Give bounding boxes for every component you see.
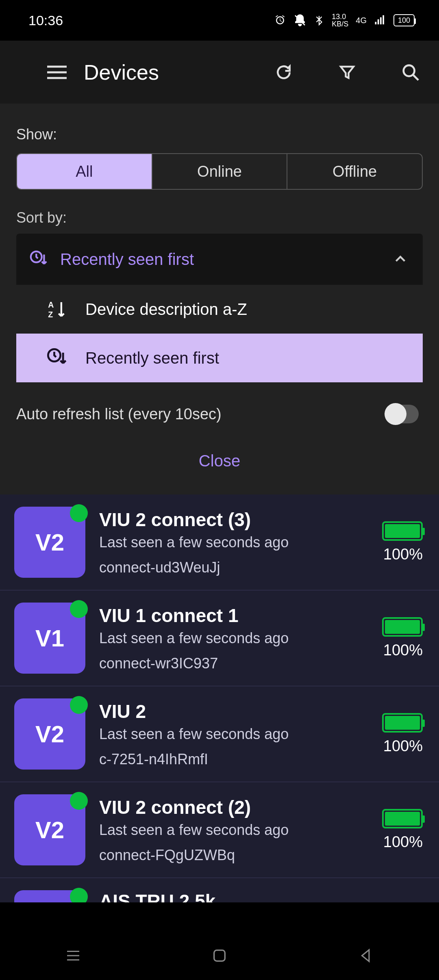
device-list: V2 VIU 2 connect (3) Last seen a few sec…	[0, 494, 439, 902]
show-label: Show:	[16, 126, 423, 143]
avatar-wrap: V2	[14, 794, 85, 865]
avatar-wrap: V2	[14, 507, 85, 578]
battery-percent: 100%	[383, 642, 423, 659]
device-last-seen: Last seen a few seconds ago	[99, 726, 368, 743]
avatar-wrap	[14, 890, 85, 902]
status-time: 10:36	[28, 13, 63, 28]
filter-panel: Show: All Online Offline Sort by: Recent…	[0, 104, 439, 494]
device-item[interactable]: V2 VIU 2 connect (3) Last seen a few sec…	[0, 494, 439, 590]
recents-icon[interactable]	[63, 945, 83, 966]
show-segmented: All Online Offline	[16, 153, 423, 190]
device-info: VIU 2 connect (2) Last seen a few second…	[99, 796, 368, 864]
sort-option-label: Device description a-Z	[85, 300, 247, 319]
page-title: Devices	[84, 60, 233, 85]
battery-percent: 100%	[383, 737, 423, 755]
mute-icon	[293, 14, 306, 27]
online-dot-icon	[70, 792, 88, 810]
sort-option-label: Recently seen first	[85, 349, 219, 367]
system-nav-bar	[0, 931, 439, 980]
device-item[interactable]: V2 VIU 2 Last seen a few seconds ago c-7…	[0, 686, 439, 782]
tab-all[interactable]: All	[17, 154, 152, 189]
battery-icon	[382, 521, 423, 541]
device-item[interactable]: AIS TRU 2.5k	[0, 878, 439, 902]
svg-text:Z: Z	[48, 310, 53, 319]
device-id: c-7251-n4IhRmfI	[99, 751, 368, 768]
bluetooth-icon	[314, 14, 324, 26]
clock-sort-icon	[45, 346, 69, 370]
device-last-seen: Last seen a few seconds ago	[99, 822, 368, 839]
battery-indicator: 100	[393, 14, 415, 26]
tab-offline[interactable]: Offline	[287, 154, 422, 189]
online-dot-icon	[70, 696, 88, 714]
clock-sort-icon	[28, 249, 49, 269]
device-id: connect-FQgUZWBq	[99, 847, 368, 864]
battery-col: 100%	[382, 713, 423, 755]
battery-percent: 100%	[383, 833, 423, 851]
refresh-icon[interactable]	[272, 60, 296, 85]
auto-refresh-toggle[interactable]	[385, 405, 419, 423]
svg-text:A: A	[48, 300, 54, 309]
device-id: connect-wr3IC937	[99, 655, 368, 672]
device-last-seen: Last seen a few seconds ago	[99, 630, 368, 647]
device-item[interactable]: V1 VIU 1 connect 1 Last seen a few secon…	[0, 590, 439, 686]
svg-line-4	[413, 74, 418, 80]
battery-percent: 100%	[383, 546, 423, 563]
svg-rect-12	[214, 950, 225, 961]
network-speed: 13.0 KB/S	[332, 13, 348, 28]
close-button[interactable]: Close	[16, 436, 423, 474]
online-dot-icon	[70, 504, 88, 522]
battery-icon	[382, 809, 423, 828]
battery-col: 100%	[382, 809, 423, 851]
chevron-up-icon	[390, 249, 411, 269]
alarm-icon	[274, 14, 286, 26]
avatar-wrap: V1	[14, 603, 85, 674]
sort-option-recent[interactable]: Recently seen first	[16, 334, 423, 382]
device-name: VIU 2	[99, 700, 368, 722]
device-name: AIS TRU 2.5k	[99, 890, 423, 902]
status-bar: 10:36 13.0 KB/S 4G 100	[0, 0, 439, 41]
filter-icon[interactable]	[335, 60, 359, 85]
online-dot-icon	[70, 600, 88, 618]
device-last-seen: Last seen a few seconds ago	[99, 534, 368, 551]
battery-col: 100%	[382, 521, 423, 563]
search-icon[interactable]	[398, 60, 423, 85]
device-info: AIS TRU 2.5k	[99, 890, 423, 902]
signal-icon	[374, 15, 386, 26]
menu-icon[interactable]	[45, 60, 69, 85]
device-info: VIU 2 Last seen a few seconds ago c-7251…	[99, 700, 368, 768]
device-id: connect-ud3WeuJj	[99, 559, 368, 576]
battery-icon	[382, 617, 423, 637]
device-name: VIU 1 connect 1	[99, 605, 368, 627]
device-name: VIU 2 connect (2)	[99, 796, 368, 818]
svg-point-3	[404, 65, 415, 76]
battery-col: 100%	[382, 617, 423, 659]
auto-refresh-label: Auto refresh list (every 10sec)	[16, 405, 222, 423]
device-info: VIU 1 connect 1 Last seen a few seconds …	[99, 605, 368, 672]
avatar-wrap: V2	[14, 698, 85, 770]
app-bar: Devices	[0, 41, 439, 104]
sort-dropdown: Recently seen first AZ Device descriptio…	[16, 234, 423, 382]
auto-refresh-row: Auto refresh list (every 10sec)	[16, 382, 423, 436]
home-icon[interactable]	[209, 945, 230, 966]
battery-icon	[382, 713, 423, 733]
device-item[interactable]: V2 VIU 2 connect (2) Last seen a few sec…	[0, 782, 439, 878]
sort-option-az[interactable]: AZ Device description a-Z	[16, 285, 423, 334]
tab-online[interactable]: Online	[152, 154, 288, 189]
sortby-label: Sort by:	[16, 209, 423, 226]
device-info: VIU 2 connect (3) Last seen a few second…	[99, 509, 368, 576]
back-icon[interactable]	[356, 945, 376, 966]
status-icons: 13.0 KB/S 4G 100	[274, 13, 415, 28]
az-sort-icon: AZ	[45, 297, 69, 321]
device-name: VIU 2 connect (3)	[99, 509, 368, 531]
network-gen: 4G	[356, 16, 367, 25]
online-dot-icon	[70, 888, 88, 902]
sort-dropdown-header[interactable]: Recently seen first	[16, 234, 423, 285]
